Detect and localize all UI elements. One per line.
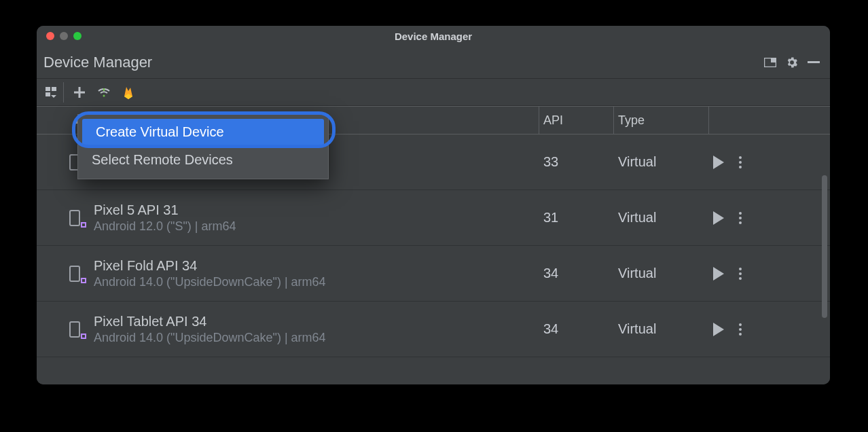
run-device-button[interactable]: [713, 267, 724, 281]
svg-rect-12: [70, 322, 79, 337]
svg-rect-11: [70, 266, 79, 281]
device-api: 33: [539, 154, 614, 170]
device-meta: Android 14.0 ("UpsideDownCake") | arm64: [94, 331, 326, 345]
device-meta: Android 14.0 ("UpsideDownCake") | arm64: [94, 275, 326, 289]
window-controls: [46, 32, 82, 40]
menu-item-create-virtual-device[interactable]: Create Virtual Device: [82, 119, 324, 145]
svg-rect-5: [46, 92, 50, 96]
device-type: Virtual: [614, 321, 709, 337]
svg-rect-3: [46, 87, 50, 91]
toolbar: [37, 79, 830, 106]
device-name: Pixel 5 API 31: [94, 202, 236, 218]
pair-wifi-button[interactable]: [94, 82, 114, 103]
titlebar: Device Manager: [37, 26, 830, 46]
svg-rect-2: [808, 61, 820, 63]
svg-point-8: [103, 94, 105, 96]
run-device-button[interactable]: [713, 323, 724, 336]
maximize-window-button[interactable]: [73, 32, 82, 40]
minimize-window-button[interactable]: [60, 32, 68, 40]
window-mode-button[interactable]: [761, 53, 780, 72]
phone-icon: [64, 321, 86, 338]
scrollbar-thumb[interactable]: [822, 175, 827, 318]
close-window-button[interactable]: [46, 32, 54, 40]
col-header-type[interactable]: Type: [614, 107, 709, 134]
add-device-menu: Create Virtual Device Select Remote Devi…: [77, 114, 329, 179]
svg-rect-4: [52, 87, 56, 91]
run-device-button[interactable]: [713, 211, 724, 225]
device-api: 31: [539, 210, 614, 226]
window-title: Device Manager: [37, 31, 830, 42]
minimize-panel-button[interactable]: [804, 53, 823, 72]
svg-rect-1: [771, 58, 776, 62]
device-actions-menu-button[interactable]: [739, 323, 742, 336]
device-type: Virtual: [614, 266, 709, 281]
device-name: Pixel Tablet API 34: [94, 314, 326, 329]
add-device-button[interactable]: [69, 82, 90, 103]
device-type: Virtual: [614, 210, 709, 226]
device-api: 34: [539, 266, 614, 281]
table-row[interactable]: Pixel 5 API 31 Android 12.0 ("S") | arm6…: [37, 190, 830, 246]
table-row[interactable]: Pixel Fold API 34 Android 14.0 ("UpsideD…: [37, 246, 830, 302]
device-actions-menu-button[interactable]: [739, 156, 742, 168]
phone-icon: [64, 266, 86, 282]
table-row[interactable]: Pixel Tablet API 34 Android 14.0 ("Upsid…: [37, 302, 830, 357]
device-layout-button[interactable]: [43, 82, 64, 103]
panel-header: Device Manager: [37, 46, 830, 79]
device-actions-menu-button[interactable]: [739, 212, 742, 224]
device-manager-window: Device Manager Device Manager: [37, 26, 830, 384]
device-actions-menu-button[interactable]: [739, 268, 742, 280]
device-name: Pixel Fold API 34: [94, 258, 326, 274]
run-device-button[interactable]: [713, 156, 724, 169]
device-meta: Android 12.0 ("S") | arm64: [94, 219, 236, 234]
settings-button[interactable]: [782, 53, 801, 72]
firebase-button[interactable]: [118, 82, 139, 103]
phone-icon: [64, 210, 86, 226]
col-header-actions: [709, 107, 830, 134]
menu-item-select-remote-devices[interactable]: Select Remote Devices: [78, 147, 328, 173]
device-api: 34: [539, 321, 614, 337]
svg-rect-10: [70, 211, 79, 226]
svg-rect-7: [74, 91, 85, 93]
device-type: Virtual: [614, 154, 709, 170]
col-header-api[interactable]: API: [539, 107, 614, 134]
panel-title: Device Manager: [43, 54, 152, 71]
